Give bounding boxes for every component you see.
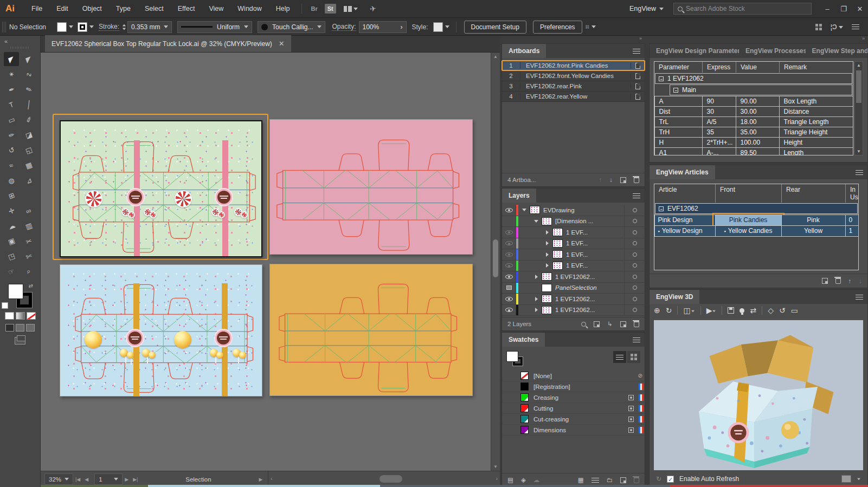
layer-target[interactable] <box>624 294 645 304</box>
tool[interactable]: ▦ <box>21 158 36 172</box>
parameter-remark[interactable]: Triangle Height <box>779 127 853 138</box>
none-button[interactable] <box>27 312 36 320</box>
fold-box-icon[interactable]: ▭ <box>791 306 798 315</box>
tool[interactable]: ◳ <box>4 249 19 263</box>
move-up-icon[interactable]: ↑ <box>848 278 852 284</box>
column-header[interactable]: Value <box>736 62 779 73</box>
column-header[interactable]: Remark <box>779 62 853 73</box>
scroll-down-icon[interactable]: ▼ <box>493 464 498 469</box>
swatch-kinds-icon[interactable]: ▦ <box>578 476 584 484</box>
background-color-chip[interactable] <box>841 475 851 483</box>
artboard-name[interactable]: EVF12062.front.Pink Candies <box>520 62 631 69</box>
tool[interactable]: ◤ <box>4 52 19 66</box>
tool[interactable]: ≈ <box>4 158 19 172</box>
panel-menu-icon[interactable] <box>856 295 863 300</box>
column-header[interactable]: Express <box>702 62 736 73</box>
parameter-row[interactable]: TrL A/5 18.00 Triangle Length <box>654 116 853 127</box>
article-group[interactable]: EVF12062 <box>655 203 858 214</box>
layer-row[interactable]: 1 EVF... <box>502 238 645 250</box>
grid-view-button[interactable] <box>627 351 640 363</box>
article-row-pink[interactable]: Pink Design Pink Candies Pink 0 <box>654 215 858 225</box>
menu-item[interactable]: Edit <box>49 0 75 18</box>
tool[interactable]: ✛ <box>4 204 19 218</box>
expand-chevron-icon[interactable] <box>543 241 551 245</box>
stock-button[interactable]: St <box>325 4 336 14</box>
panel-menu-icon[interactable] <box>633 49 640 54</box>
workspace-switcher[interactable]: EngView <box>629 5 664 12</box>
artboard-rear-yellow[interactable] <box>269 264 473 396</box>
parameter-value[interactable]: 35.00 <box>736 127 780 138</box>
layer-name[interactable]: 1 EVF12062... <box>555 296 595 302</box>
new-layer-icon[interactable] <box>620 321 626 327</box>
minimize-button[interactable]: – <box>819 0 835 18</box>
tool[interactable] <box>21 189 36 203</box>
expand-chevron-icon[interactable] <box>532 220 540 223</box>
collapse-tools-icon[interactable]: « <box>0 36 40 44</box>
parameter-value[interactable]: 89.50 <box>736 147 780 156</box>
layer-name[interactable]: 1 EVF12062... <box>555 274 595 280</box>
swatch-libraries-icon[interactable]: ▤ <box>507 476 513 484</box>
visibility-toggle[interactable] <box>502 283 516 294</box>
parameter-name[interactable]: A <box>654 96 703 107</box>
parameter-remark[interactable]: Distance <box>779 106 853 117</box>
delete-artboard-icon[interactable] <box>634 177 639 183</box>
parameter-value[interactable]: 100.00 <box>736 137 780 148</box>
new-artboard-icon[interactable] <box>620 177 626 183</box>
document-tab[interactable]: EVF12062 Spherical Box Top Regular Tuck … <box>45 35 291 52</box>
make-mask-icon[interactable] <box>594 321 600 327</box>
engview-tab[interactable]: EngView Step and <box>806 44 867 58</box>
swatch-row[interactable]: [None] ⊘ <box>502 371 645 381</box>
screen-mode-button[interactable] <box>15 337 25 345</box>
tool[interactable]: ╱ <box>21 98 36 112</box>
prev-artboard-button[interactable]: ◀ <box>85 477 88 482</box>
menu-item[interactable]: View <box>202 0 230 18</box>
first-artboard-button[interactable]: |◀ <box>75 477 80 482</box>
visibility-toggle[interactable] <box>502 249 516 260</box>
tool[interactable]: ⌕ <box>21 264 36 278</box>
snap-options-icon[interactable] <box>815 24 822 30</box>
tab-engview-articles[interactable]: EngView Articles <box>650 165 715 179</box>
status-options-icon[interactable]: ▶ <box>259 477 262 482</box>
expand-chevron-icon[interactable] <box>532 308 540 312</box>
stroke-label[interactable]: Stroke: <box>99 23 119 31</box>
adobe-stock-search[interactable]: Search Adobe Stock <box>673 3 812 15</box>
zoom-level-dropdown[interactable]: 32% <box>44 473 73 485</box>
tool[interactable]: ✒ <box>4 82 19 96</box>
menu-item[interactable]: Window <box>230 0 268 18</box>
artboard-front-pink-candies[interactable] <box>60 120 262 257</box>
tool[interactable]: ✂ <box>21 234 36 248</box>
move-up-icon[interactable]: ↑ <box>599 177 602 183</box>
menu-item[interactable]: Object <box>75 0 109 18</box>
layer-row[interactable]: 1 EVF12062... <box>502 271 645 283</box>
article-front[interactable]: Yellow Candies <box>715 225 782 237</box>
artboard-row[interactable]: 4 EVF12062.rear.Yellow <box>502 92 645 102</box>
share-icon[interactable]: ✈ <box>369 4 377 13</box>
visibility-toggle[interactable] <box>502 294 516 304</box>
expand-chevron-icon[interactable] <box>532 297 540 301</box>
tool[interactable]: ✶ <box>4 67 19 81</box>
fill-color-picker[interactable] <box>57 22 73 32</box>
tool[interactable]: ✐ <box>21 113 36 127</box>
layer-target[interactable] <box>624 216 645 227</box>
new-color-group-icon[interactable]: 🗀 <box>607 477 613 483</box>
vertical-scrollbar[interactable]: ▲ ▼ <box>491 53 500 471</box>
tab-engview-3d[interactable]: EngView 3D <box>650 290 699 304</box>
article-in-use[interactable]: 1 <box>845 225 859 237</box>
layer-name[interactable]: 1 EVF... <box>566 229 588 236</box>
column-header[interactable]: In Use <box>845 184 859 203</box>
layer-target[interactable] <box>624 227 645 238</box>
tool[interactable]: ✏ <box>4 128 19 142</box>
artboard-rear-pink[interactable] <box>269 119 473 255</box>
layer-target[interactable] <box>624 261 645 271</box>
expand-chevron-icon[interactable] <box>520 209 528 211</box>
style-dropdown[interactable] <box>433 22 449 32</box>
layer-row[interactable]: PanelSelection <box>502 283 645 294</box>
layer-row[interactable]: [Dimension ... <box>502 216 645 228</box>
save-image-icon[interactable] <box>728 307 734 314</box>
article-rear[interactable]: Yellow <box>781 225 846 237</box>
parameter-name[interactable]: Dist <box>654 106 703 117</box>
swatch-row[interactable]: Dimensions ⊘ <box>502 425 645 436</box>
visibility-toggle[interactable] <box>502 205 516 216</box>
swatch-row[interactable]: Cut-creasing ⊘ <box>502 414 645 425</box>
refresh-3d-icon[interactable]: ↺ <box>779 306 786 315</box>
